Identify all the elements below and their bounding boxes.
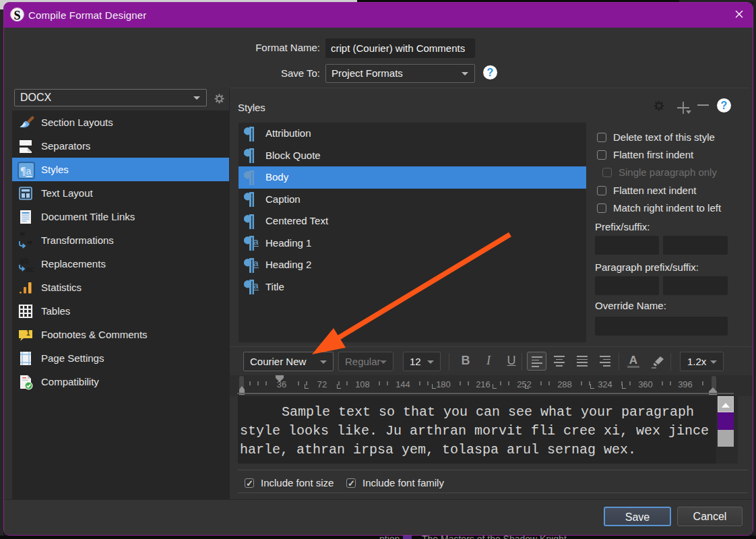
svg-text:ac: ac	[26, 265, 34, 274]
svg-text:”: ”	[20, 232, 25, 242]
svg-text:”: ”	[27, 239, 32, 250]
svg-text:ab: ab	[20, 256, 29, 265]
svg-text:¶: ¶	[20, 165, 26, 177]
svg-text:1: 1	[26, 329, 30, 336]
svg-text:a: a	[26, 166, 32, 177]
